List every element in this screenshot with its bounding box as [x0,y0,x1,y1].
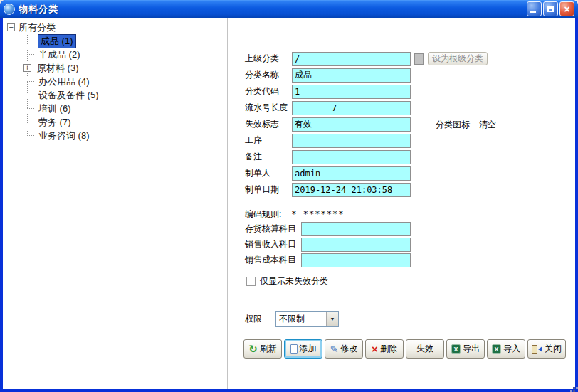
tree-connector [27,108,36,109]
collapse-icon[interactable]: − [7,23,15,31]
refresh-icon: ↻ [248,344,258,354]
add-button-label: 添加 [300,343,317,355]
export-button-label: 导出 [463,343,480,355]
browse-button[interactable] [414,53,424,65]
tree-item-shebeijibeijian[interactable]: 设备及备件 (5) [6,88,227,102]
form-row-create-date: 制单日期 [245,182,488,197]
tree-item-label[interactable]: 设备及备件 (5) [38,89,99,102]
refresh-button-label: 刷新 [260,343,277,355]
valid-only-checkbox[interactable] [246,277,256,286]
create-date-label: 制单日期 [245,184,292,196]
close-window-button-label: 关闭 [545,343,562,355]
serial-length-label: 流水号长度 [245,102,292,114]
close-icon: × [564,4,569,14]
invalid-flag-label: 失效标志 [245,118,292,130]
tree-item-label-selected[interactable]: 成品 (1) [38,34,76,48]
coding-rule-row: 编码规则: * ******* [245,207,488,221]
creator-label: 制单人 [245,167,292,179]
form-row-parent-category: 上级分类 设为根级分类 [245,51,488,66]
permission-dropdown[interactable]: 不限制 ▼ [275,311,339,327]
tree-root-label[interactable]: 所有分类 [19,21,56,34]
category-code-label: 分类代码 [245,85,292,97]
serial-length-field[interactable] [292,101,411,115]
refresh-button[interactable]: ↻ 刷新 [243,339,282,359]
sales-cost-subject-field[interactable] [301,253,411,267]
inventory-subject-field[interactable] [301,222,411,236]
invalid-flag-field[interactable] [292,117,411,132]
remark-field[interactable] [292,150,411,164]
form-row-process: 工序 [245,133,488,148]
tree-item-chengpin[interactable]: 成品 (1) [6,34,227,48]
tree-connector [27,122,36,122]
tree-item-laowu[interactable]: 劳务 (7) [6,115,227,129]
set-root-category-button[interactable]: 设为根级分类 [428,52,488,65]
edit-button[interactable]: ✎ 修改 [325,339,363,359]
category-code-field[interactable] [292,85,411,99]
sales-cost-subject-label: 销售成本科目 [245,254,301,266]
expand-icon[interactable]: + [23,64,31,72]
tree-item-label[interactable]: 办公用品 (4) [38,75,90,88]
form-row-category-name: 分类名称 [245,68,488,83]
delete-button[interactable]: × 删除 [365,339,404,359]
sales-income-subject-field[interactable] [301,238,411,252]
category-icon-section: 分类图标 清空 [436,119,496,131]
tree-item-bangongyongpin[interactable]: 办公用品 (4) [6,75,227,88]
delete-button-label: 删除 [380,343,397,355]
window-title: 物料分类 [19,3,527,16]
minimize-icon [530,11,536,13]
tree-item-label[interactable]: 原材料 (3) [37,62,79,75]
category-icon-label: 分类图标 [436,119,470,131]
close-window-button[interactable]: 关闭 [527,339,566,359]
globe-orb-icon [4,4,15,15]
minimize-button[interactable] [527,1,542,16]
titlebar[interactable]: 物料分类 × [0,0,578,18]
form-row-sales-cost-subject: 销售成本科目 [245,253,488,267]
form-row-inventory-subject: 存货核算科目 [245,221,488,236]
tree-item-banchengpin[interactable]: 半成品 (2) [6,48,227,61]
form-row-category-code: 分类代码 [245,84,488,99]
creator-field[interactable] [292,166,411,181]
tree-item-yuancailiao[interactable]: + 原材料 (3) [6,61,227,75]
detail-form-panel: 上级分类 设为根级分类 分类名称 分类代码 流水号长度 [228,18,575,389]
excel-icon: X [451,344,461,354]
permission-row: 权限 不限制 ▼ [245,311,488,327]
form-row-serial-length: 流水号长度 [245,100,488,115]
tree-connector [27,54,36,55]
tree-item-label[interactable]: 培训 (6) [38,102,71,115]
category-name-field[interactable] [292,68,411,83]
add-page-icon [290,344,298,354]
edit-pencil-icon: ✎ [330,344,339,354]
import-button-label: 导入 [503,343,520,355]
form-row-remark: 备注 [245,149,488,164]
tree-item-yewuzixun[interactable]: 业务咨询 (8) [6,129,227,142]
category-tree-panel: − 所有分类 成品 (1) 半成品 (2) + 原材料 (3) [3,18,228,389]
invalidate-button[interactable]: 失效 [406,339,444,359]
invalidate-button-label: 失效 [416,343,434,355]
tree-item-label[interactable]: 劳务 (7) [38,116,71,129]
tree-root-node[interactable]: − 所有分类 [6,21,227,34]
coding-rule-label: 编码规则: [245,208,281,221]
clear-icon-link[interactable]: 清空 [479,119,496,131]
close-button[interactable]: × [559,1,574,16]
form-rows: 上级分类 设为根级分类 分类名称 分类代码 流水号长度 [245,51,488,327]
process-label: 工序 [245,134,292,147]
resize-grip[interactable] [573,387,575,389]
excel-icon: X [492,344,501,354]
chevron-down-icon[interactable]: ▼ [326,312,338,326]
parent-category-field[interactable] [292,52,411,66]
tree-item-peixun[interactable]: 培训 (6) [6,102,227,115]
maximize-button[interactable] [543,1,558,16]
export-button[interactable]: X 导出 [446,339,485,359]
form-row-sales-income-subject: 销售收入科目 [245,237,488,252]
tree-item-label[interactable]: 半成品 (2) [38,48,80,61]
import-button[interactable]: X 导入 [487,339,525,359]
tree-item-label[interactable]: 业务咨询 (8) [38,129,90,142]
inventory-subject-label: 存货核算科目 [245,223,301,235]
process-field[interactable] [292,134,411,148]
valid-only-checkbox-label: 仅显示未失效分类 [260,275,328,287]
permission-label: 权限 [245,313,275,325]
category-name-label: 分类名称 [245,69,292,81]
add-button[interactable]: 添加 [284,339,322,359]
coding-rule-value: * ******* [291,209,344,219]
create-date-field[interactable] [292,183,411,197]
